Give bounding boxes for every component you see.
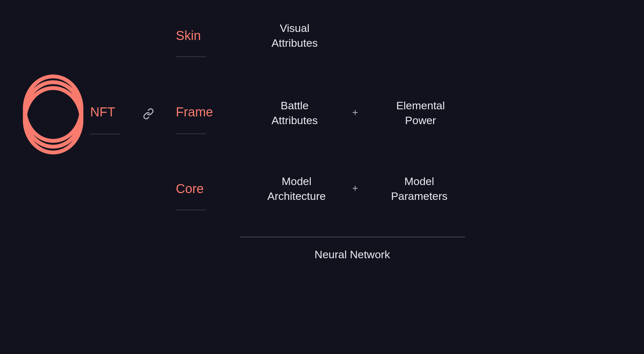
- neural-network-divider: [240, 237, 465, 237]
- layer-frame-label: Frame: [176, 105, 213, 119]
- layer-core-underline: [176, 210, 206, 210]
- plus-icon: [352, 110, 358, 115]
- svg-point-1: [25, 82, 81, 147]
- layer-skin-underline: [176, 56, 206, 57]
- layer-skin-label: Skin: [176, 28, 201, 43]
- logo-icon: [21, 73, 85, 156]
- link-icon: [143, 108, 154, 119]
- neural-network-label: Neural Network: [240, 248, 465, 261]
- attr-visual-attributes: VisualAttributes: [251, 21, 338, 51]
- nft-underline: [90, 134, 120, 134]
- attr-model-architecture: ModelArchitecture: [250, 174, 343, 204]
- layer-frame-underline: [176, 133, 206, 134]
- nft-root-label: NFT: [90, 105, 115, 119]
- layer-core-label: Core: [176, 182, 204, 196]
- attr-model-parameters: ModelParameters: [374, 174, 464, 204]
- attr-elemental-power: ElementalPower: [379, 98, 462, 128]
- plus-icon: [352, 185, 358, 191]
- attr-battle-attributes: BattleAttributes: [251, 98, 338, 128]
